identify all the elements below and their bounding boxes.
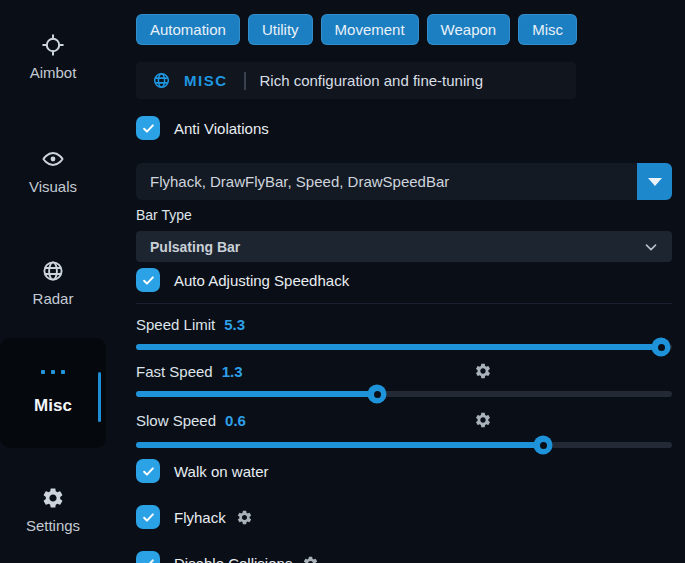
- category-tabs: Automation Utility Movement Weapon Misc: [136, 14, 672, 45]
- sidebar-item-misc-active[interactable]: Misc: [0, 338, 106, 448]
- anti-violations-checkbox[interactable]: [136, 116, 160, 140]
- tab-label: Weapon: [441, 21, 497, 38]
- fast-speed-slider[interactable]: [136, 390, 672, 398]
- fast-speed-label-row: Fast Speed 1.3: [136, 362, 672, 380]
- sidebar-item-label: Settings: [26, 517, 80, 534]
- slider-handle[interactable]: [652, 338, 671, 357]
- anti-violations-row[interactable]: Anti Violations: [136, 115, 672, 141]
- header-divider: [244, 72, 246, 90]
- sidebar-item-label: Misc: [34, 396, 72, 416]
- tab-automation[interactable]: Automation: [136, 14, 240, 45]
- cheat-menu-window: Aimbot Visuals Radar Misc Settings Autom…: [0, 0, 685, 563]
- gear-icon[interactable]: [474, 362, 492, 380]
- tab-label: Misc: [532, 21, 563, 38]
- auto-speedhack-checkbox[interactable]: [136, 268, 160, 292]
- slider-value: 1.3: [222, 363, 243, 380]
- chevron-down-icon: [642, 238, 660, 256]
- walk-on-water-row[interactable]: Walk on water: [136, 458, 672, 484]
- slider-label: Slow Speed: [136, 412, 216, 429]
- slider-value: 5.3: [224, 316, 245, 333]
- section-subtitle: Rich configuration and fine-tuning: [260, 72, 483, 89]
- check-icon: [141, 121, 156, 136]
- crosshair-icon: [41, 33, 65, 57]
- tab-movement[interactable]: Movement: [321, 14, 419, 45]
- sidebar-item-settings[interactable]: Settings: [0, 486, 106, 534]
- check-icon: [141, 556, 156, 563]
- multiselect-dropdown-button[interactable]: [637, 163, 672, 200]
- slider-fill: [136, 344, 661, 350]
- speed-limit-slider[interactable]: [136, 343, 672, 351]
- tab-misc[interactable]: Misc: [518, 14, 577, 45]
- ellipsis-icon: [41, 370, 65, 374]
- flyhack-row[interactable]: Flyhack: [136, 504, 672, 530]
- sidebar-item-radar[interactable]: Radar: [0, 259, 106, 307]
- tab-label: Utility: [262, 21, 299, 38]
- multiselect-value: Flyhack, DrawFlyBar, Speed, DrawSpeedBar: [150, 163, 449, 200]
- check-icon: [141, 273, 156, 288]
- bar-type-label: Bar Type: [136, 207, 672, 223]
- slider-value: 0.6: [225, 412, 246, 429]
- sidebar: Aimbot Visuals Radar Misc Settings: [0, 0, 136, 563]
- slider-fill: [136, 391, 377, 397]
- slider-handle[interactable]: [368, 385, 387, 404]
- tab-label: Automation: [150, 21, 226, 38]
- flyhack-checkbox[interactable]: [136, 505, 160, 529]
- tab-label: Movement: [335, 21, 405, 38]
- sidebar-item-label: Visuals: [29, 178, 77, 195]
- walk-on-water-checkbox[interactable]: [136, 459, 160, 483]
- speed-limit-label-row: Speed Limit 5.3: [136, 315, 672, 333]
- active-indicator-bar: [98, 372, 101, 422]
- globe-icon: [152, 71, 171, 90]
- slider-handle[interactable]: [534, 436, 553, 455]
- triangle-down-icon: [648, 178, 662, 186]
- bar-type-select[interactable]: Pulsating Bar: [136, 231, 672, 262]
- section-title: MISC: [184, 72, 228, 89]
- tab-utility[interactable]: Utility: [248, 14, 313, 45]
- globe-icon: [41, 259, 65, 283]
- bar-multiselect[interactable]: Flyhack, DrawFlyBar, Speed, DrawSpeedBar: [136, 163, 672, 200]
- section-divider: [136, 303, 672, 304]
- sidebar-item-label: Radar: [33, 290, 74, 307]
- gear-icon[interactable]: [236, 509, 253, 526]
- check-icon: [141, 464, 156, 479]
- eye-icon: [41, 147, 65, 171]
- checkbox-label: Flyhack: [174, 509, 226, 526]
- checkbox-label: Walk on water: [174, 463, 268, 480]
- auto-speedhack-row[interactable]: Auto Adjusting Speedhack: [136, 267, 672, 293]
- slider-fill: [136, 442, 543, 448]
- checkbox-label: Anti Violations: [174, 120, 269, 137]
- select-value: Pulsating Bar: [150, 239, 240, 255]
- gear-icon: [41, 486, 65, 510]
- slider-label: Speed Limit: [136, 316, 215, 333]
- main-panel: Automation Utility Movement Weapon Misc …: [136, 0, 672, 563]
- disable-collisions-row[interactable]: Disable Collisions: [136, 550, 672, 563]
- disable-collisions-checkbox[interactable]: [136, 551, 160, 563]
- gear-icon[interactable]: [302, 555, 319, 563]
- check-icon: [141, 510, 156, 525]
- checkbox-label: Disable Collisions: [174, 555, 292, 563]
- tab-weapon[interactable]: Weapon: [427, 14, 511, 45]
- gear-icon[interactable]: [474, 411, 492, 429]
- sidebar-item-aimbot[interactable]: Aimbot: [0, 33, 106, 81]
- slider-label: Fast Speed: [136, 363, 213, 380]
- slow-speed-label-row: Slow Speed 0.6: [136, 411, 672, 429]
- sidebar-item-label: Aimbot: [30, 64, 77, 81]
- sidebar-item-visuals[interactable]: Visuals: [0, 147, 106, 195]
- slow-speed-slider[interactable]: [136, 441, 672, 449]
- section-header: MISC Rich configuration and fine-tuning: [136, 62, 576, 99]
- checkbox-label: Auto Adjusting Speedhack: [174, 272, 349, 289]
